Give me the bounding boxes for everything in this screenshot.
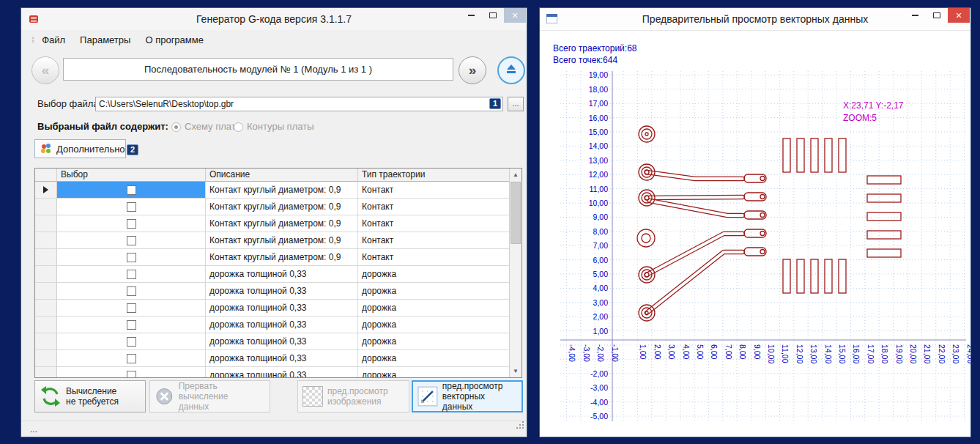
row-check-cell[interactable]	[57, 317, 206, 333]
row-checkbox[interactable]	[127, 337, 136, 347]
next-module-button[interactable]: »	[459, 56, 486, 84]
table-scrollbar[interactable]: ▲ ▼	[509, 169, 521, 377]
row-check-cell[interactable]	[57, 333, 206, 350]
row-check-cell[interactable]	[57, 283, 206, 300]
svg-text:15,00: 15,00	[589, 127, 608, 136]
table-row[interactable]: Контакт круглый диаметром: 0,9Контакт	[35, 249, 521, 266]
radio-icon	[171, 122, 181, 132]
row-checkbox[interactable]	[127, 303, 136, 313]
scroll-up-icon[interactable]: ▲	[510, 169, 521, 181]
row-checkbox[interactable]	[127, 236, 136, 245]
resize-grip[interactable]	[516, 418, 524, 434]
menu-file[interactable]: Файл	[42, 34, 65, 45]
next-icon: »	[469, 62, 477, 78]
svg-text:14,00: 14,00	[824, 344, 833, 363]
row-check-cell[interactable]	[57, 300, 206, 317]
no-calculation-button[interactable]: Вычислениене требуется	[34, 380, 146, 412]
vector-preview-button[interactable]: пред.просмотрвекторных данных	[412, 380, 523, 412]
row-check-cell[interactable]	[57, 232, 206, 249]
row-selector[interactable]	[35, 215, 57, 232]
scrollbar-thumb[interactable]	[511, 182, 521, 244]
row-description: дорожка толщиной 0,33	[206, 367, 358, 378]
toolbar-grip: ⁞⁞	[31, 35, 33, 44]
header-type[interactable]: Тип траектории	[358, 169, 511, 182]
svg-text:12,00: 12,00	[795, 344, 804, 363]
table-row[interactable]: Контакт круглый диаметром: 0,9Контакт	[35, 215, 521, 232]
module-sequence-label: Последовательность модулей № 1 (Модуль 1…	[63, 58, 453, 81]
row-checkbox[interactable]	[127, 202, 136, 212]
file-path-input[interactable]: C:\Users\SelenuR\Desktop\top.gbr 1	[95, 97, 503, 111]
header-select[interactable]: Выбор	[57, 169, 206, 182]
advanced-button[interactable]: Дополнительно	[34, 139, 126, 158]
row-selector[interactable]	[35, 283, 57, 300]
row-description: дорожка толщиной 0,33	[206, 283, 358, 300]
svg-text:13,00: 13,00	[809, 344, 818, 363]
close-icon: ✕	[955, 11, 962, 21]
row-selector[interactable]	[35, 232, 57, 249]
row-selector[interactable]	[35, 367, 57, 378]
module-nav-row: « Последовательность модулей № 1 (Модуль…	[21, 52, 527, 89]
table-row[interactable]: дорожка толщиной 0,33дорожка	[35, 333, 521, 350]
zoom-level: ZOOM:5	[843, 112, 904, 125]
row-selector[interactable]	[35, 199, 57, 215]
row-checkbox[interactable]	[127, 253, 136, 262]
row-checkbox[interactable]	[127, 219, 136, 229]
button-label: Прервать вычисление	[179, 381, 229, 402]
trajectory-table-body: Контакт круглый диаметром: 0,9КонтактКон…	[35, 182, 521, 378]
eject-button[interactable]	[497, 56, 525, 84]
row-check-cell[interactable]	[57, 350, 206, 367]
svg-text:-2,00: -2,00	[590, 369, 608, 378]
row-selector[interactable]	[35, 300, 57, 317]
row-check-cell[interactable]	[57, 215, 206, 232]
row-checkbox[interactable]	[127, 270, 136, 279]
row-checkbox[interactable]	[127, 371, 136, 379]
row-selector[interactable]	[35, 182, 57, 199]
row-checkbox[interactable]	[127, 185, 136, 195]
header-description[interactable]: Описание	[206, 169, 358, 182]
row-checkbox[interactable]	[127, 354, 136, 363]
row-type: Контакт	[358, 249, 511, 266]
menu-parameters[interactable]: Параметры	[80, 34, 130, 45]
row-check-cell[interactable]	[57, 266, 206, 283]
row-selector[interactable]	[35, 333, 57, 350]
menu-about[interactable]: О программе	[145, 34, 204, 45]
browse-button[interactable]: ...	[508, 97, 524, 111]
file-path-value: C:\Users\SelenuR\Desktop\top.gbr	[99, 99, 234, 109]
options-colored-icon	[40, 143, 52, 155]
svg-text:10,00: 10,00	[767, 344, 776, 363]
left-titlebar[interactable]: Генератор G-кода версия 3.1.1.7 ✕	[21, 8, 527, 30]
close-button[interactable]: ✕	[948, 8, 970, 23]
right-titlebar[interactable]: Предварительный просмотр векторных данны…	[540, 8, 970, 30]
table-row[interactable]: дорожка толщиной 0,33дорожка	[35, 350, 521, 367]
table-row[interactable]: дорожка толщиной 0,33дорожка	[35, 317, 521, 333]
minimize-button[interactable]	[904, 8, 926, 23]
table-row[interactable]: дорожка толщиной 0,33дорожка	[35, 266, 521, 283]
row-selector[interactable]	[35, 266, 57, 283]
radio-icon	[234, 122, 243, 132]
vector-canvas[interactable]: 19,0018,0017,0016,0015,0014,0013,0012,00…	[540, 30, 970, 437]
row-selector[interactable]	[35, 249, 57, 266]
svg-text:17,00: 17,00	[589, 99, 608, 108]
row-selector[interactable]	[35, 317, 57, 333]
table-row[interactable]: Контакт круглый диаметром: 0,9Контакт	[35, 182, 521, 199]
close-button[interactable]: ✕	[504, 8, 526, 23]
svg-text:7,00: 7,00	[724, 344, 733, 360]
table-row[interactable]: дорожка толщиной 0,33дорожка	[35, 367, 521, 378]
row-selector[interactable]	[35, 350, 57, 367]
row-check-cell[interactable]	[57, 199, 206, 215]
minimize-button[interactable]	[460, 8, 482, 23]
table-row[interactable]: дорожка толщиной 0,33дорожка	[35, 283, 521, 300]
table-row[interactable]: Контакт круглый диаметром: 0,9Контакт	[35, 232, 521, 249]
table-row[interactable]: дорожка толщиной 0,33дорожка	[35, 300, 521, 317]
row-check-cell[interactable]	[57, 182, 206, 199]
row-checkbox[interactable]	[127, 286, 136, 296]
row-checkbox[interactable]	[127, 320, 136, 330]
svg-text:21,00: 21,00	[923, 344, 932, 363]
row-check-cell[interactable]	[57, 367, 206, 378]
table-row[interactable]: Контакт круглый диаметром: 0,9Контакт	[35, 199, 521, 215]
maximize-button[interactable]	[926, 8, 948, 23]
maximize-button[interactable]	[482, 8, 504, 23]
scroll-down-icon[interactable]: ▼	[510, 365, 521, 377]
row-check-cell[interactable]	[57, 249, 206, 266]
header-selector[interactable]	[35, 169, 57, 182]
